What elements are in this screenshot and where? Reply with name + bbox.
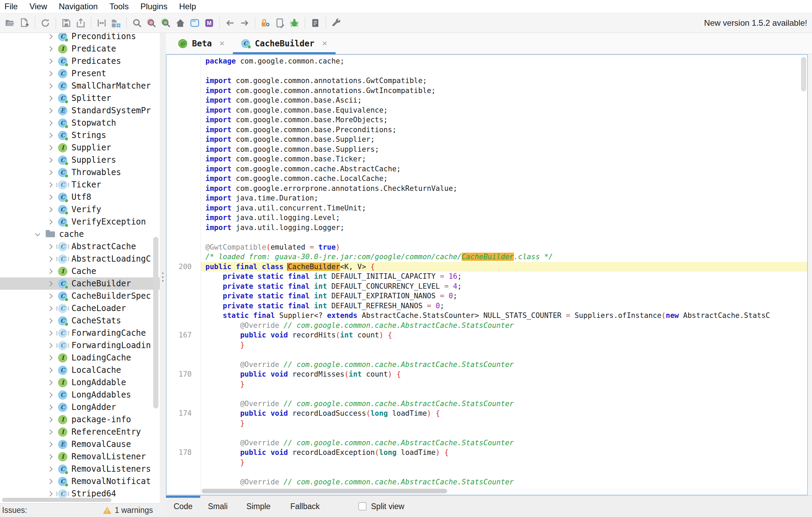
tree-item-longadder[interactable]: CLongAdder bbox=[0, 401, 160, 413]
scrollbar-thumb[interactable] bbox=[2, 498, 111, 502]
search-code-icon[interactable] bbox=[159, 16, 173, 30]
tree-item-abstractloadingc[interactable]: CAbstractLoadingC bbox=[0, 253, 160, 265]
menu-view[interactable]: View bbox=[30, 2, 47, 11]
chevron-right-icon[interactable] bbox=[47, 491, 53, 496]
chevron-right-icon[interactable] bbox=[47, 194, 53, 200]
search-text-icon[interactable] bbox=[130, 16, 144, 30]
main-activity-icon[interactable] bbox=[173, 16, 188, 30]
editor-horizontal-scrollbar[interactable] bbox=[202, 488, 800, 495]
debug-icon[interactable] bbox=[287, 16, 302, 30]
chevron-right-icon[interactable] bbox=[47, 293, 53, 299]
editor-vertical-scrollbar[interactable] bbox=[800, 55, 807, 495]
mappings-icon[interactable]: M bbox=[202, 16, 216, 30]
chevron-right-icon[interactable] bbox=[47, 404, 53, 410]
split-view-checkbox[interactable] bbox=[358, 502, 366, 510]
tree-item-splitter[interactable]: CSplitter bbox=[0, 92, 160, 104]
chevron-right-icon[interactable] bbox=[47, 256, 53, 262]
chevron-right-icon[interactable] bbox=[47, 479, 53, 484]
view-tab-fallback[interactable]: Fallback bbox=[282, 496, 328, 517]
tree-item-package-info[interactable]: Ipackage-info bbox=[0, 413, 160, 426]
tree-item-predicates[interactable]: CPredicates bbox=[0, 55, 160, 67]
chevron-right-icon[interactable] bbox=[47, 355, 53, 360]
tree-item-forwardingloadin[interactable]: CForwardingLoadin bbox=[0, 339, 160, 352]
tree-item-removalnotificat[interactable]: CRemovalNotificat bbox=[0, 475, 160, 487]
sidebar-horizontal-scrollbar[interactable] bbox=[0, 497, 152, 503]
tree-item-cache[interactable]: ICache bbox=[0, 265, 160, 277]
warnings-indicator[interactable]: 1 warnings bbox=[103, 506, 153, 515]
tree-item-removallisteners[interactable]: CRemovalListeners bbox=[0, 463, 160, 475]
tree-item-suppliers[interactable]: CSuppliers bbox=[0, 154, 160, 166]
tree-item-cache[interactable]: cache bbox=[0, 228, 160, 240]
chevron-right-icon[interactable] bbox=[47, 380, 53, 385]
chevron-right-icon[interactable] bbox=[47, 34, 53, 39]
menu-navigation[interactable]: Navigation bbox=[59, 2, 98, 11]
flat-packages-icon[interactable] bbox=[109, 16, 123, 30]
scrollbar-thumb[interactable] bbox=[801, 57, 806, 91]
panel-splitter[interactable] bbox=[160, 33, 166, 517]
tree-item-removalcause[interactable]: ERemovalCause bbox=[0, 438, 160, 450]
fit-width-icon[interactable] bbox=[94, 16, 109, 30]
chevron-right-icon[interactable] bbox=[47, 343, 53, 348]
tree-item-throwables[interactable]: CThrowables bbox=[0, 166, 160, 179]
view-tab-smali[interactable]: Smali bbox=[200, 496, 235, 517]
chevron-down-icon[interactable] bbox=[35, 231, 41, 236]
tree-item-cachestats[interactable]: CCacheStats bbox=[0, 314, 160, 327]
chevron-right-icon[interactable] bbox=[47, 182, 53, 187]
chevron-right-icon[interactable] bbox=[47, 318, 53, 323]
splitter-grip-icon[interactable] bbox=[162, 273, 163, 274]
chevron-right-icon[interactable] bbox=[47, 95, 53, 101]
tree-item-cachebuilder[interactable]: CCacheBuilder bbox=[0, 277, 160, 290]
tree-item-longaddable[interactable]: ILongAddable bbox=[0, 376, 160, 389]
reload-icon[interactable] bbox=[38, 16, 53, 30]
chevron-right-icon[interactable] bbox=[47, 244, 53, 249]
chevron-right-icon[interactable] bbox=[47, 429, 53, 435]
close-icon[interactable]: × bbox=[219, 38, 225, 49]
forward-icon[interactable] bbox=[237, 16, 252, 30]
scrollbar-thumb[interactable] bbox=[153, 237, 158, 409]
chevron-right-icon[interactable] bbox=[47, 170, 53, 175]
chevron-right-icon[interactable] bbox=[47, 207, 53, 212]
tree-item-cachebuilderspec[interactable]: CCacheBuilderSpec bbox=[0, 290, 160, 302]
tree-item-longaddables[interactable]: CLongAddables bbox=[0, 389, 160, 401]
tree-item-removallistener[interactable]: IRemovalListener bbox=[0, 450, 160, 463]
menu-tools[interactable]: Tools bbox=[110, 2, 129, 11]
tree-item-referenceentry[interactable]: IReferenceEntry bbox=[0, 426, 160, 438]
tree-item-stopwatch[interactable]: CStopwatch bbox=[0, 117, 160, 129]
menu-help[interactable]: Help bbox=[179, 2, 196, 11]
chevron-right-icon[interactable] bbox=[47, 268, 53, 274]
chevron-right-icon[interactable] bbox=[47, 58, 53, 64]
view-tab-simple[interactable]: Simple bbox=[235, 496, 282, 517]
tree-item-preconditions[interactable]: CPreconditions bbox=[0, 33, 160, 43]
chevron-right-icon[interactable] bbox=[47, 71, 53, 76]
chevron-right-icon[interactable] bbox=[47, 108, 53, 113]
close-icon[interactable]: × bbox=[322, 38, 327, 49]
chevron-right-icon[interactable] bbox=[47, 133, 53, 138]
menu-plugins[interactable]: Plugins bbox=[140, 2, 168, 11]
open-file-icon[interactable] bbox=[3, 16, 17, 30]
package-tree-panel[interactable]: CPreconditionsIPredicateCPredicatesCPres… bbox=[0, 33, 160, 503]
tree-item-verifyexception[interactable]: CVerifyException bbox=[0, 216, 160, 228]
chevron-right-icon[interactable] bbox=[47, 306, 53, 311]
back-icon[interactable] bbox=[223, 16, 237, 30]
chevron-right-icon[interactable] bbox=[47, 417, 53, 422]
search-class-icon[interactable] bbox=[144, 16, 159, 30]
tab-beta[interactable]: @Beta× bbox=[170, 33, 233, 54]
chevron-right-icon[interactable] bbox=[47, 441, 53, 447]
chevron-right-icon[interactable] bbox=[47, 454, 53, 459]
tree-item-predicate[interactable]: IPredicate bbox=[0, 43, 160, 55]
tree-item-abstractcache[interactable]: CAbstractCache bbox=[0, 240, 160, 253]
preferences-icon[interactable] bbox=[329, 16, 343, 30]
tree-item-forwardingcache[interactable]: CForwardingCache bbox=[0, 327, 160, 339]
export-icon[interactable] bbox=[74, 16, 88, 30]
add-files-icon[interactable] bbox=[17, 16, 32, 30]
split-view-toggle[interactable]: Split view bbox=[358, 496, 404, 517]
chevron-right-icon[interactable] bbox=[47, 120, 53, 126]
code-editor[interactable]: package com.google.common.cache;import c… bbox=[166, 54, 808, 495]
tree-item-present[interactable]: CPresent bbox=[0, 67, 160, 80]
tree-item-ticker[interactable]: CTicker bbox=[0, 179, 160, 191]
tree-item-loadingcache[interactable]: ILoadingCache bbox=[0, 352, 160, 364]
chevron-right-icon[interactable] bbox=[47, 46, 53, 51]
chevron-right-icon[interactable] bbox=[47, 83, 53, 89]
chevron-right-icon[interactable] bbox=[47, 281, 53, 286]
scrollbar-thumb[interactable] bbox=[202, 489, 447, 493]
